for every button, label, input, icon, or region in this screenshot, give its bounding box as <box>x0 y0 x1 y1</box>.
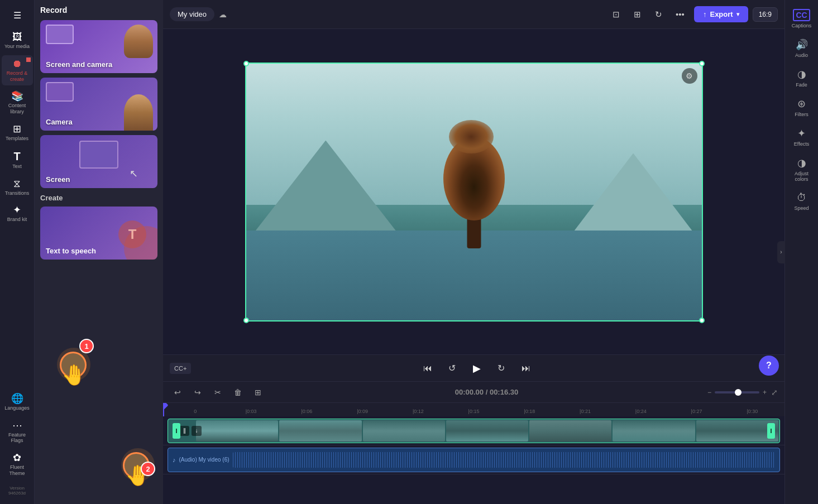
mute-track-button[interactable]: ‖ <box>179 426 189 436</box>
right-panel-collapse-button[interactable]: › <box>777 241 785 263</box>
preview-scene <box>246 64 702 320</box>
media-icon: 🖼 <box>12 32 22 42</box>
sidebar-item-feature-flags[interactable]: ⋯ Feature Flags <box>2 417 33 448</box>
tts-card[interactable]: T Text to speech <box>40 207 157 260</box>
right-tool-filters[interactable]: ⊛ Filters <box>787 93 817 122</box>
top-toolbar: My video ☁ ⊡ ⊞ ↻ ••• ↑ Export ▾ 16:9 <box>163 0 784 29</box>
text-icon: T <box>13 151 20 162</box>
camera-card[interactable]: Camera <box>40 78 157 131</box>
zoom-controls: − + <box>707 388 767 396</box>
corner-handle-br[interactable] <box>699 318 705 323</box>
ruler-mark: |0:09 <box>334 409 390 414</box>
screen-camera-card[interactable]: Screen and camera <box>40 20 157 73</box>
sidebar-item-brand-kit[interactable]: ✦ Brand kit <box>2 201 33 226</box>
video-preview <box>246 64 702 320</box>
zoom-in-icon[interactable]: + <box>763 388 767 396</box>
save-icon[interactable]: ☁ <box>219 10 227 19</box>
track-start-handle[interactable]: ‖ <box>173 423 180 439</box>
ruler-mark: 0 <box>168 409 223 414</box>
speed-icon: ⏱ <box>797 192 807 204</box>
delete-button[interactable]: 🗑 <box>230 385 246 400</box>
zoom-out-icon[interactable]: − <box>707 388 711 396</box>
audio-waveform <box>233 452 775 468</box>
screen-card[interactable]: ↖ Screen <box>40 135 157 188</box>
go-to-start-button[interactable]: ⏮ <box>419 359 437 377</box>
sidebar-item-transitions[interactable]: ⧖ Transitions <box>2 175 33 200</box>
corner-handle-tl[interactable] <box>243 61 249 66</box>
audio-label: Audio <box>795 52 808 58</box>
right-tool-fade[interactable]: ◑ Fade <box>787 64 817 92</box>
sidebar-item-text[interactable]: T Text <box>2 147 33 173</box>
corner-handle-bl[interactable] <box>243 318 249 323</box>
left-sidebar: ☰ 🖼 Your media ⏺ Record & create 📚 Conte… <box>0 0 35 504</box>
toolbar-tools: ⊡ ⊞ ↻ ••• <box>607 5 690 24</box>
export-arrow-icon: ↑ <box>703 10 707 18</box>
fade-icon: ◑ <box>797 68 806 80</box>
filters-label: Filters <box>795 112 809 117</box>
sidebar-item-templates[interactable]: ⊞ Templates <box>2 121 33 145</box>
hamburger-menu[interactable]: ☰ <box>8 4 27 26</box>
library-icon: 📚 <box>11 91 23 101</box>
track-options-button[interactable]: ↓ <box>192 426 202 436</box>
sidebar-item-your-media[interactable]: 🖼 Your media <box>2 28 33 53</box>
cut-button[interactable]: ✂ <box>210 385 226 400</box>
video-track-clip[interactable]: ‖ ↓ ‖ ‖ <box>168 419 780 443</box>
help-icon: ? <box>766 361 772 371</box>
sidebar-item-record-create[interactable]: ⏺ Record & create <box>2 55 33 86</box>
go-to-end-button[interactable]: ⏭ <box>517 359 535 377</box>
sidebar-item-fluent-theme[interactable]: ✿ Fluent Theme <box>2 449 33 480</box>
right-tool-speed[interactable]: ⏱ Speed <box>787 188 817 215</box>
zoom-slider[interactable] <box>715 391 759 393</box>
corner-handle-tr[interactable] <box>699 61 705 66</box>
music-note-icon: ♪ <box>173 457 176 463</box>
crop-tool-button[interactable]: ⊡ <box>607 5 626 24</box>
create-title: Create <box>40 194 157 202</box>
snap-button[interactable]: ⊞ <box>250 385 266 400</box>
sidebar-item-content-library[interactable]: 📚 Content library <box>2 88 33 118</box>
video-title-tab[interactable]: My video <box>170 7 214 21</box>
step2-indicator: 2 <box>141 462 155 476</box>
more-tools-button[interactable]: ••• <box>671 5 690 24</box>
ruler-mark: |0:24 <box>613 409 669 414</box>
audio-track-clip[interactable]: ♪ (Audio) My video (6) <box>168 448 780 472</box>
sidebar-item-version: Version946263d <box>2 482 33 500</box>
audio-track-label: (Audio) My video (6) <box>179 457 229 463</box>
cc-button[interactable]: CC+ <box>170 363 191 374</box>
right-tool-effects[interactable]: ✦ Effects <box>787 123 817 151</box>
right-tool-audio[interactable]: 🔊 Audio <box>787 34 817 63</box>
right-sidebar: CC Captions 🔊 Audio ◑ Fade ⊛ Filters ✦ E… <box>784 0 818 504</box>
video-thumbnails <box>168 419 779 443</box>
rewind-button[interactable]: ↺ <box>443 359 461 377</box>
tree-explosion <box>438 114 510 248</box>
rotate-tool-button[interactable]: ↻ <box>649 5 668 24</box>
expand-timeline-button[interactable]: ⤢ <box>771 388 778 397</box>
right-tool-adjust-colors[interactable]: ◑ Adjust colors <box>787 152 817 186</box>
ruler-mark: |0:06 <box>279 409 334 414</box>
adjust-colors-icon: ◑ <box>797 157 806 169</box>
settings-overlay-button[interactable]: ⚙ <box>682 68 697 84</box>
play-pause-button[interactable]: ▶ <box>468 359 486 377</box>
fluent-theme-icon: ✿ <box>13 453 21 463</box>
tts-label: Text to speech <box>46 247 96 255</box>
right-tool-captions[interactable]: CC Captions <box>787 4 817 33</box>
cursor-icon: ↖ <box>130 167 138 180</box>
sidebar-item-languages[interactable]: 🌐 Languages <box>2 390 33 415</box>
play-controls: ⏮ ↺ ▶ ↻ ⏭ <box>191 359 762 377</box>
playhead[interactable] <box>163 403 164 416</box>
resize-tool-button[interactable]: ⊞ <box>628 5 647 24</box>
forward-button[interactable]: ↻ <box>492 359 510 377</box>
panel-collapse-button[interactable]: ‹ <box>159 241 163 263</box>
transitions-icon: ⧖ <box>13 179 21 189</box>
speed-label: Speed <box>794 205 809 211</box>
redo-button[interactable]: ↪ <box>190 385 205 400</box>
templates-icon: ⊞ <box>13 124 21 134</box>
feature-flags-icon: ⋯ <box>12 420 22 430</box>
ruler-marks: 0 |0:03 |0:06 |0:09 |0:12 |0:15 |0:18 |0… <box>163 409 784 414</box>
track-end-handle[interactable]: ‖ <box>767 423 775 439</box>
help-button[interactable]: ? <box>759 356 779 376</box>
ruler-mark: |0:18 <box>501 409 557 414</box>
undo-button[interactable]: ↩ <box>170 385 185 400</box>
export-button[interactable]: ↑ Export ▾ <box>694 6 748 22</box>
aspect-ratio-button[interactable]: 16:9 <box>753 7 778 22</box>
current-time: 00:00.00 <box>455 388 484 396</box>
